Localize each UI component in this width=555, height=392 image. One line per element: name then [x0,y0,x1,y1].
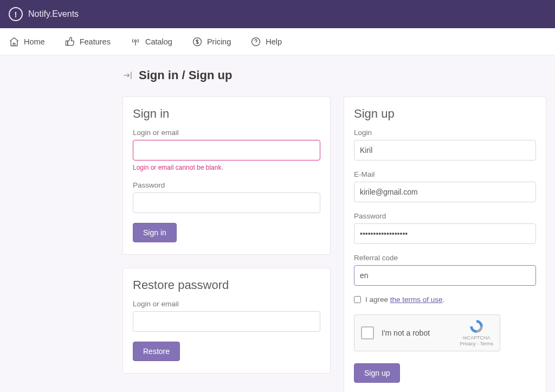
recaptcha-widget: I'm not a robot reCAPTCHA Privacy - Term… [354,314,500,351]
signup-agree-row: I agree the terms of use. [354,295,536,304]
signup-login-field: Login [354,128,536,160]
signup-email-field: E-Mail [354,170,536,202]
signup-referral-label: Referral code [354,254,536,262]
signup-email-label: E-Mail [354,170,536,178]
nav-label: Pricing [207,37,231,46]
signup-agree-suffix: . [443,295,445,304]
dollar-circle-icon [192,36,203,47]
thumbs-up-icon [64,36,75,47]
page-title: Sign in / Sign up [139,68,232,82]
signup-referral-field: Referral code [354,254,536,286]
recaptcha-badge: reCAPTCHA Privacy - Terms [460,319,493,347]
nav-pricing[interactable]: Pricing [192,36,231,47]
nav-label: Home [24,37,45,46]
signin-arrow-icon [122,70,133,81]
brand-logo-icon [9,7,23,21]
signup-password-field: Password [354,212,536,244]
nav-features[interactable]: Features [64,36,111,47]
restore-login-field: Login or email [133,300,320,332]
restore-login-label: Login or email [133,300,320,308]
recaptcha-logo-icon [469,319,484,334]
signin-button[interactable]: Sign in [133,223,177,242]
signin-login-field: Login or email Login or email cannot be … [133,128,320,171]
signin-login-error: Login or email cannot be blank. [133,164,320,171]
svg-point-3 [256,43,256,44]
nav-catalog[interactable]: Catalog [130,36,172,47]
signup-password-input[interactable] [354,223,536,244]
signin-password-input[interactable] [133,192,320,213]
signup-password-label: Password [354,212,536,220]
restore-card: Restore password Login or email Restore [122,268,331,374]
help-circle-icon [250,36,261,47]
restore-login-input[interactable] [133,311,320,332]
nav-label: Catalog [145,37,172,46]
nav-label: Features [80,37,111,46]
nav-home[interactable]: Home [9,36,45,47]
nav-label: Help [266,37,282,46]
restore-title: Restore password [133,278,320,292]
signup-login-input[interactable] [354,140,536,160]
main-nav: Home Features Catalog Pricing Help [0,28,555,55]
signup-login-label: Login [354,128,536,137]
nav-help[interactable]: Help [250,36,282,47]
signup-agree-prefix: I agree [365,295,390,304]
brand[interactable]: Notify.Events [9,7,79,21]
signin-login-label: Login or email [133,128,320,137]
recaptcha-checkbox[interactable] [361,326,374,339]
broadcast-icon [130,36,141,47]
signup-card: Sign up Login E-Mail Password Referral c… [344,97,546,392]
svg-point-0 [134,40,136,41]
signup-email-input[interactable] [354,182,536,202]
signup-agree-text: I agree the terms of use. [365,295,444,304]
signup-title: Sign up [354,107,536,121]
signin-password-field: Password [133,181,320,213]
content: Sign in / Sign up Sign in Login or email… [0,55,555,392]
brand-text: Notify.Events [28,9,79,19]
recaptcha-brand: reCAPTCHA [460,335,493,341]
signup-referral-input[interactable] [354,265,536,286]
home-icon [9,36,20,47]
signup-button[interactable]: Sign up [354,363,400,383]
restore-button[interactable]: Restore [133,342,180,361]
app-header: Notify.Events [0,0,555,28]
recaptcha-meta: Privacy - Terms [460,341,493,347]
signup-agree-checkbox[interactable] [354,296,361,303]
signin-title: Sign in [133,107,320,121]
signin-login-input[interactable] [133,140,320,160]
terms-link[interactable]: the terms of use [390,295,443,304]
signin-password-label: Password [133,181,320,189]
recaptcha-label: I'm not a robot [382,329,452,337]
signin-card: Sign in Login or email Login or email ca… [122,97,331,255]
page-title-row: Sign in / Sign up [122,68,546,82]
